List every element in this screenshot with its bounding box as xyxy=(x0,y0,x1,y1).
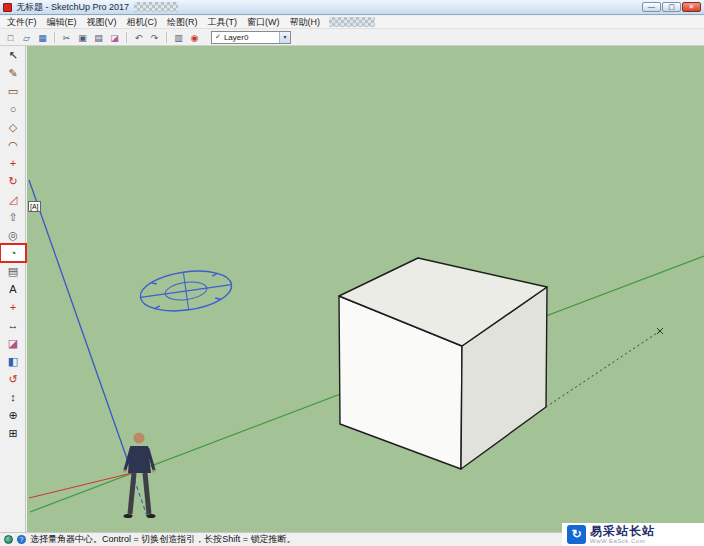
status-message: 选择量角器中心。Control = 切换创造指引，长按Shift = 锁定推断。 xyxy=(30,533,296,546)
pixelated-censor-title xyxy=(134,2,178,12)
tool-scale[interactable]: ◿ xyxy=(0,190,26,208)
window-controls: — ▢ ✕ xyxy=(642,2,701,12)
cut-button[interactable]: ✂ xyxy=(59,31,74,44)
new-button[interactable]: □ xyxy=(3,31,18,44)
tool-rectangle[interactable]: ▭ xyxy=(0,82,26,100)
tool-palette: ↖ ✎ ▭ ○ ◇ ◠ + ↻ ◿ ⇧ ◎ ◔ ▤ A + ↔ ◪ ◧ ↺ ↕ … xyxy=(0,46,26,532)
geolocation-icon[interactable] xyxy=(4,535,13,544)
toolbar-separator xyxy=(126,32,127,43)
menu-draw[interactable]: 绘图(R) xyxy=(162,16,203,29)
tool-axes[interactable]: + xyxy=(0,298,26,316)
erase-button[interactable]: ◪ xyxy=(107,31,122,44)
tool-text[interactable]: A xyxy=(0,280,26,298)
menu-edit[interactable]: 编辑(E) xyxy=(42,16,82,29)
tool-rotate[interactable]: ↻ xyxy=(0,172,26,190)
save-button[interactable]: ▦ xyxy=(35,31,50,44)
copy-button[interactable]: ▣ xyxy=(75,31,90,44)
menu-help[interactable]: 帮助(H) xyxy=(285,16,326,29)
menu-window[interactable]: 窗口(W) xyxy=(242,16,285,29)
layer-dropdown[interactable]: ✓ Layer0 ▾ xyxy=(211,31,291,44)
close-button[interactable]: ✕ xyxy=(682,2,701,12)
layer-dropdown-value: Layer0 xyxy=(224,33,279,42)
tool-pan[interactable]: ↕ xyxy=(0,388,26,406)
help-icon[interactable]: ? xyxy=(17,535,26,544)
menu-bar: 文件(F) 编辑(E) 视图(V) 相机(C) 绘图(R) 工具(T) 窗口(W… xyxy=(0,16,704,29)
pixelated-censor-menu xyxy=(329,17,375,27)
chevron-down-icon[interactable]: ▾ xyxy=(279,32,290,43)
tool-zoom-extents[interactable]: ⊞ xyxy=(0,424,26,442)
sketchup-window: 无标题 - SketchUp Pro 2017 — ▢ ✕ 文件(F) 编辑(E… xyxy=(0,0,704,546)
watermark-logo-icon: ↻ xyxy=(567,525,586,544)
main-toolbar: □ ▱ ▦ ✂ ▣ ▤ ◪ ↶ ↷ ▥ ◉ ✓ Layer0 ▾ xyxy=(0,29,704,46)
title-bar: 无标题 - SketchUp Pro 2017 — ▢ ✕ xyxy=(0,0,704,15)
tool-arc[interactable]: ◠ xyxy=(0,136,26,154)
shortcut-tooltip: [A] xyxy=(28,201,41,212)
paste-button[interactable]: ▤ xyxy=(91,31,106,44)
tool-circle[interactable]: ○ xyxy=(0,100,26,118)
maximize-button[interactable]: ▢ xyxy=(662,2,681,12)
drawing-canvas[interactable] xyxy=(27,46,704,532)
tool-paint-bucket[interactable]: ◧ xyxy=(0,352,26,370)
app-icon xyxy=(3,3,12,12)
watermark-subtitle: WwW.EaSck.Com xyxy=(590,538,655,544)
menu-file[interactable]: 文件(F) xyxy=(2,16,42,29)
tool-push-pull[interactable]: ⇧ xyxy=(0,208,26,226)
toolbar-separator xyxy=(54,32,55,43)
window-title: 无标题 - SketchUp Pro 2017 xyxy=(16,1,129,14)
open-button[interactable]: ▱ xyxy=(19,31,34,44)
tool-move[interactable]: + xyxy=(0,154,26,172)
watermark-title: 易采站长站 xyxy=(590,525,655,537)
site-watermark: ↻ 易采站长站 WwW.EaSck.Com xyxy=(562,523,704,546)
tool-dimension[interactable]: ↔ xyxy=(0,316,26,334)
minimize-button[interactable]: — xyxy=(642,2,661,12)
layer-check-icon: ✓ xyxy=(215,33,221,41)
tool-select[interactable]: ↖ xyxy=(0,46,26,64)
tool-eraser[interactable]: ◪ xyxy=(0,334,26,352)
menu-view[interactable]: 视图(V) xyxy=(82,16,122,29)
tool-protractor[interactable]: ◔ xyxy=(0,244,26,262)
undo-button[interactable]: ↶ xyxy=(131,31,146,44)
tool-zoom[interactable]: ⊕ xyxy=(0,406,26,424)
paint-button[interactable]: ◉ xyxy=(187,31,202,44)
toolbar-separator xyxy=(166,32,167,43)
tool-offset[interactable]: ◎ xyxy=(0,226,26,244)
tool-line[interactable]: ✎ xyxy=(0,64,26,82)
redo-button[interactable]: ↷ xyxy=(147,31,162,44)
print-button[interactable]: ▥ xyxy=(171,31,186,44)
tool-polygon[interactable]: ◇ xyxy=(0,118,26,136)
tool-orbit[interactable]: ↺ xyxy=(0,370,26,388)
menu-camera[interactable]: 相机(C) xyxy=(122,16,163,29)
menu-tools[interactable]: 工具(T) xyxy=(203,16,243,29)
tool-tape-measure[interactable]: ▤ xyxy=(0,262,26,280)
